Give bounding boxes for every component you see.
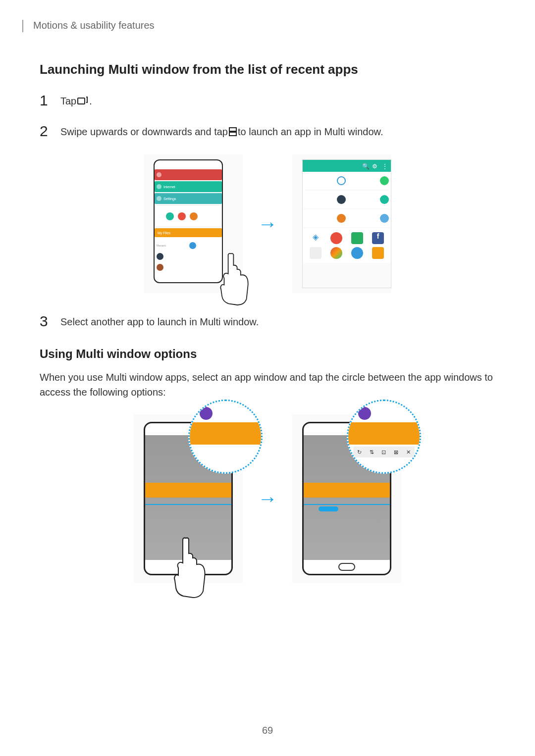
page-number: 69 xyxy=(0,725,535,736)
step-1-text: Tap . xyxy=(60,92,92,108)
step-3-text: Select another app to launch in Multi wi… xyxy=(60,313,259,329)
app-icon-dropbox: ◈ xyxy=(310,232,321,244)
section-2-body: When you use Multi window apps, select a… xyxy=(40,370,495,400)
app-icon xyxy=(330,232,342,244)
step-number-3: 3 xyxy=(40,313,52,330)
more-icon: ⋮ xyxy=(382,163,388,169)
multiwindow-toolbar: ↻ ⇅ ⊡ ⊠ ✕ xyxy=(353,447,415,457)
split-divider xyxy=(145,504,231,505)
multiwindow-handle xyxy=(319,506,338,511)
multiwindow-icon xyxy=(229,127,237,136)
section-heading-launching: Launching Multi window from the list of … xyxy=(40,62,495,77)
app-icon xyxy=(358,407,371,420)
recent-app-card: Settings xyxy=(155,193,222,204)
hand-pointer-icon xyxy=(161,533,215,603)
home-button xyxy=(338,563,355,571)
search-icon: 🔍 xyxy=(362,163,368,169)
magnify-circle-before xyxy=(188,400,263,474)
recent-apps-icon xyxy=(77,97,88,105)
myfiles-content: Recent xyxy=(155,238,222,273)
close-icon: ✕ xyxy=(406,449,411,455)
drag-icon: ⇅ xyxy=(370,449,374,455)
step-2-text-a: Swipe upwards or downwards and tap xyxy=(60,125,228,139)
step-1: 1 Tap . xyxy=(40,92,495,109)
switch-icon: ↻ xyxy=(357,449,362,455)
illustration-multiwindow-after: ↻ ⇅ ⊡ ⊠ ✕ xyxy=(292,414,401,583)
recent-app-myfiles: My Files xyxy=(155,228,222,237)
category-section-1 xyxy=(303,172,391,190)
phone-frame-1: Internet Settings My Files Recent xyxy=(154,159,223,283)
app-grid: ◈ f xyxy=(303,228,391,263)
section-heading-options: Using Multi window options xyxy=(40,347,495,361)
app-icon xyxy=(330,247,342,259)
hand-pointer-icon xyxy=(213,249,258,308)
magnify-banner xyxy=(348,422,420,445)
illustration-row-2: → ↻ ⇅ ⊡ ⊠ ✕ xyxy=(40,414,495,583)
illustration-app-picker: 🔍 ⚙ ⋮ xyxy=(292,154,391,293)
step-2: 2 Swipe upwards or downwards and tap to … xyxy=(40,123,495,140)
step-1-text-b: . xyxy=(89,94,92,108)
svg-rect-1 xyxy=(229,128,236,131)
step-2-text-b: to launch an app in Multi window. xyxy=(238,125,383,139)
split-divider xyxy=(304,504,390,505)
magnify-circle-after: ↻ ⇅ ⊡ ⊠ ✕ xyxy=(347,400,421,474)
app-icon xyxy=(351,247,363,259)
step-3: 3 Select another app to launch in Multi … xyxy=(40,313,495,330)
step-number-1: 1 xyxy=(40,92,52,109)
svg-rect-0 xyxy=(78,98,85,104)
category-section-3 xyxy=(303,209,391,227)
app-icon xyxy=(351,232,363,244)
illustration-multiwindow-before xyxy=(134,414,243,583)
phone-screen-1: Internet Settings My Files Recent xyxy=(155,169,222,273)
page-header: Motions & usability features xyxy=(22,20,495,32)
app-picker-header: 🔍 ⚙ ⋮ xyxy=(303,160,391,172)
app-icon-facebook: f xyxy=(372,232,384,244)
magnify-banner xyxy=(190,422,261,445)
app-screen: 🔍 ⚙ ⋮ xyxy=(302,159,391,288)
app-icon xyxy=(372,247,384,259)
app-banner xyxy=(304,483,390,498)
minimize-icon: ⊡ xyxy=(381,449,386,455)
illustration-recent-apps: Internet Settings My Files Recent xyxy=(144,154,243,293)
recent-app-card xyxy=(155,205,222,227)
arrow-right-icon: → xyxy=(258,213,277,235)
app-icon xyxy=(200,407,213,420)
step-2-text: Swipe upwards or downwards and tap to la… xyxy=(60,123,383,139)
app-banner xyxy=(145,483,231,498)
step-1-text-a: Tap xyxy=(60,94,76,108)
recent-app-card xyxy=(155,169,222,180)
step-number-2: 2 xyxy=(40,123,52,140)
app-icon xyxy=(310,247,321,259)
recent-app-card: Internet xyxy=(155,181,222,192)
category-section-2 xyxy=(303,191,391,208)
arrow-right-icon: → xyxy=(258,488,277,510)
svg-rect-2 xyxy=(229,132,236,136)
maximize-icon: ⊠ xyxy=(394,449,398,455)
settings-icon: ⚙ xyxy=(372,163,378,169)
illustration-row-1: Internet Settings My Files Recent xyxy=(40,154,495,293)
